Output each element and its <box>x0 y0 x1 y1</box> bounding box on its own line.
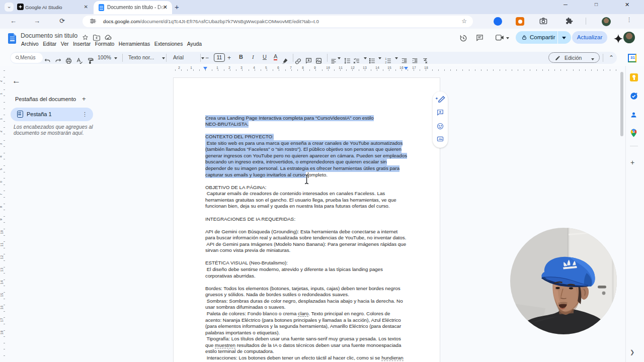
svg-text:1: 1 <box>385 58 387 60</box>
svg-text:2: 2 <box>385 61 387 64</box>
